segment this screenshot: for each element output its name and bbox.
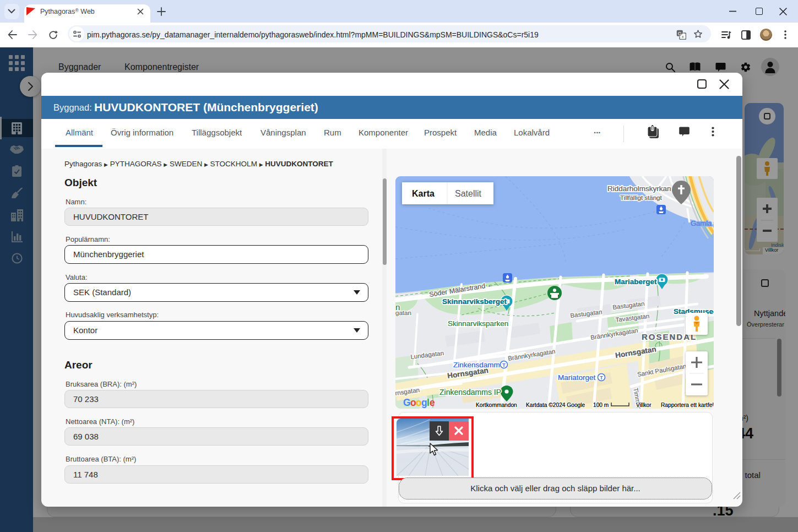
svg-text:e: e xyxy=(430,397,435,408)
svg-text:Mariatorget: Mariatorget xyxy=(558,373,596,382)
svg-text:n: n xyxy=(395,302,400,312)
svg-text:G: G xyxy=(403,397,411,408)
svg-text:Zinkensdamms IP: Zinkensdamms IP xyxy=(439,388,501,397)
svg-text:Kortkommandon: Kortkommandon xyxy=(476,402,517,408)
svg-text:Zinkensdamm: Zinkensdamm xyxy=(453,361,500,369)
svg-text:Satellit: Satellit xyxy=(455,189,482,198)
svg-text:Riddarholmskyrkan: Riddarholmskyrkan xyxy=(607,184,671,193)
svg-text:Skinnarviksparken: Skinnarviksparken xyxy=(448,319,508,328)
svg-text:Rapportera ett kartfel: Rapportera ett kartfel xyxy=(661,402,714,408)
svg-text:x: x xyxy=(682,34,684,39)
svg-text:Gamla sta: Gamla sta xyxy=(691,219,714,227)
svg-text:100 m: 100 m xyxy=(593,402,609,408)
svg-text:Skinnarviksberget: Skinnarviksberget xyxy=(442,297,507,306)
svg-text:Villkor: Villkor xyxy=(636,402,652,408)
svg-text:Karta: Karta xyxy=(412,189,435,198)
svg-text:T: T xyxy=(502,362,506,368)
svg-text:T: T xyxy=(600,375,603,381)
svg-text:Kartdata ©2024 Google: Kartdata ©2024 Google xyxy=(526,402,585,408)
svg-text:Mariaberget: Mariaberget xyxy=(615,278,657,286)
svg-text:Tillfälligt stängt: Tillfälligt stängt xyxy=(620,194,662,201)
